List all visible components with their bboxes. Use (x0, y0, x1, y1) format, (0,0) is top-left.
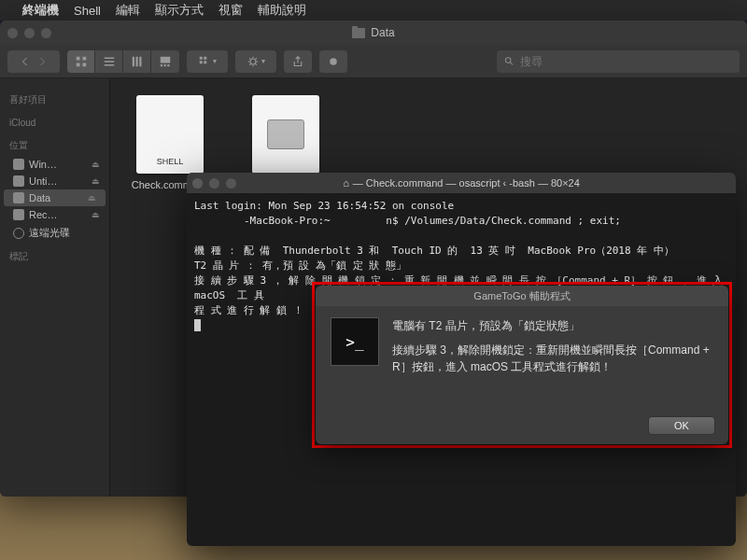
tags-button[interactable] (319, 50, 347, 73)
search-icon (504, 56, 514, 67)
svg-point-19 (330, 58, 337, 65)
view-gallery-button[interactable] (151, 50, 179, 73)
disk-icon (13, 175, 24, 187)
home-icon: ⌂ (343, 177, 349, 189)
close-button[interactable] (192, 178, 203, 189)
search-input[interactable] (520, 55, 732, 68)
svg-rect-16 (204, 56, 206, 59)
disk-icon (13, 192, 24, 203)
folder-icon (352, 28, 365, 38)
sidebar-icloud-header: iCloud (0, 114, 109, 132)
dialog-title: GameToGo 輔助程式 (316, 286, 728, 306)
svg-rect-12 (164, 64, 166, 66)
svg-rect-2 (76, 63, 79, 66)
svg-rect-4 (104, 57, 114, 59)
terminal-title: — Check.command — osascript ‹ -bash — 80… (353, 177, 580, 189)
menu-help[interactable]: 輔助說明 (258, 2, 306, 19)
terminal-app-icon: >_ (331, 317, 379, 366)
window-title: Data (371, 26, 394, 39)
finder-toolbar: ▾ ▾ (0, 45, 747, 78)
eject-icon[interactable]: ⏏ (88, 193, 96, 203)
menu-edit[interactable]: 編輯 (116, 2, 140, 19)
menu-window[interactable]: 視窗 (218, 2, 243, 19)
finder-sidebar: 喜好項目 iCloud 位置 Win…⏏ Unti…⏏ Data⏏ Rec…⏏ … (0, 78, 110, 497)
view-switcher (67, 50, 179, 73)
action-button[interactable]: ▾ (235, 50, 276, 73)
eject-icon[interactable]: ⏏ (92, 210, 100, 219)
ok-button[interactable]: OK (648, 416, 715, 435)
svg-rect-14 (199, 56, 202, 59)
view-column-button[interactable] (123, 50, 151, 73)
menubar: 終端機 Shell 編輯 顯示方式 視窗 輔助說明 (0, 0, 747, 21)
eject-icon[interactable]: ⏏ (92, 176, 100, 186)
arrange-button[interactable]: ▾ (187, 50, 228, 73)
svg-rect-11 (161, 64, 162, 66)
sidebar-item-remote-disc[interactable]: 遠端光碟 (0, 223, 109, 243)
file-icon-shell (136, 95, 204, 174)
svg-rect-17 (204, 61, 206, 63)
disk-icon (13, 159, 24, 170)
svg-rect-13 (167, 64, 169, 66)
svg-rect-8 (135, 56, 137, 66)
svg-rect-0 (76, 56, 79, 60)
menu-shell[interactable]: Shell (74, 4, 101, 18)
sidebar-item-win[interactable]: Win…⏏ (0, 156, 109, 173)
minimize-button[interactable] (209, 178, 219, 189)
search-field[interactable] (497, 50, 740, 73)
sidebar-locations-header: 位置 (0, 135, 109, 156)
close-button[interactable] (7, 28, 18, 38)
app-menu[interactable]: 終端機 (22, 2, 59, 19)
svg-rect-7 (132, 56, 134, 66)
sidebar-favorites-header: 喜好項目 (0, 90, 109, 110)
svg-point-18 (250, 59, 256, 64)
svg-rect-10 (161, 56, 171, 63)
svg-point-20 (505, 57, 511, 63)
view-icon-button[interactable] (67, 50, 95, 73)
svg-rect-9 (139, 56, 141, 66)
disk-icon (13, 209, 24, 220)
finder-titlebar[interactable]: Data (0, 21, 747, 45)
terminal-titlebar[interactable]: ⌂ — Check.command — osascript ‹ -bash — … (187, 173, 736, 193)
dialog-message: 電腦有 T2 晶片，預設為「鎖定狀態」 接續步驟 3，解除開機鎖定：重新開機並瞬… (392, 317, 713, 383)
eject-icon[interactable]: ⏏ (92, 160, 100, 169)
zoom-button[interactable] (226, 178, 236, 189)
terminal-cursor (194, 319, 201, 331)
sidebar-item-untitled[interactable]: Unti…⏏ (0, 173, 109, 189)
zoom-button[interactable] (41, 28, 51, 38)
sidebar-item-rec[interactable]: Rec…⏏ (0, 206, 109, 223)
svg-rect-3 (82, 63, 86, 66)
alert-dialog: GameToGo 輔助程式 >_ 電腦有 T2 晶片，預設為「鎖定狀態」 接續步… (316, 286, 728, 444)
sidebar-item-data[interactable]: Data⏏ (4, 189, 106, 206)
svg-rect-15 (199, 61, 202, 63)
svg-rect-5 (104, 61, 114, 63)
sidebar-tags-header: 標記 (0, 246, 109, 267)
svg-rect-6 (104, 64, 114, 66)
remote-disc-icon (13, 228, 24, 239)
nav-back-forward[interactable] (7, 50, 60, 73)
file-icon-dmg (252, 95, 319, 174)
minimize-button[interactable] (24, 28, 35, 38)
menu-view[interactable]: 顯示方式 (155, 2, 204, 19)
svg-rect-1 (82, 56, 86, 60)
view-list-button[interactable] (95, 50, 123, 73)
share-button[interactable] (284, 50, 312, 73)
